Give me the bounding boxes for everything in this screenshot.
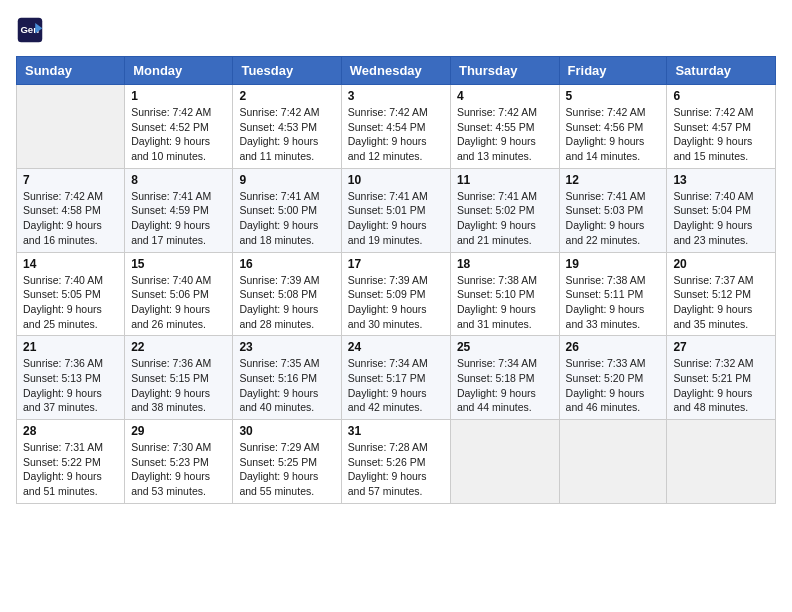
day-info: Sunrise: 7:39 AM Sunset: 5:09 PM Dayligh… xyxy=(348,273,444,332)
day-number: 18 xyxy=(457,257,553,271)
calendar-week-row: 1Sunrise: 7:42 AM Sunset: 4:52 PM Daylig… xyxy=(17,85,776,169)
day-number: 16 xyxy=(239,257,334,271)
logo: Gen xyxy=(16,16,48,44)
weekday-header: Saturday xyxy=(667,57,776,85)
calendar-cell: 24Sunrise: 7:34 AM Sunset: 5:17 PM Dayli… xyxy=(341,336,450,420)
day-info: Sunrise: 7:41 AM Sunset: 4:59 PM Dayligh… xyxy=(131,189,226,248)
day-number: 1 xyxy=(131,89,226,103)
calendar-cell: 23Sunrise: 7:35 AM Sunset: 5:16 PM Dayli… xyxy=(233,336,341,420)
calendar-cell xyxy=(559,420,667,504)
calendar-cell: 22Sunrise: 7:36 AM Sunset: 5:15 PM Dayli… xyxy=(125,336,233,420)
day-info: Sunrise: 7:40 AM Sunset: 5:05 PM Dayligh… xyxy=(23,273,118,332)
day-number: 13 xyxy=(673,173,769,187)
day-number: 6 xyxy=(673,89,769,103)
day-info: Sunrise: 7:35 AM Sunset: 5:16 PM Dayligh… xyxy=(239,356,334,415)
calendar-cell: 5Sunrise: 7:42 AM Sunset: 4:56 PM Daylig… xyxy=(559,85,667,169)
calendar-cell: 18Sunrise: 7:38 AM Sunset: 5:10 PM Dayli… xyxy=(450,252,559,336)
day-info: Sunrise: 7:33 AM Sunset: 5:20 PM Dayligh… xyxy=(566,356,661,415)
day-info: Sunrise: 7:34 AM Sunset: 5:18 PM Dayligh… xyxy=(457,356,553,415)
day-info: Sunrise: 7:36 AM Sunset: 5:15 PM Dayligh… xyxy=(131,356,226,415)
calendar-cell: 19Sunrise: 7:38 AM Sunset: 5:11 PM Dayli… xyxy=(559,252,667,336)
day-info: Sunrise: 7:42 AM Sunset: 4:53 PM Dayligh… xyxy=(239,105,334,164)
weekday-header: Thursday xyxy=(450,57,559,85)
day-info: Sunrise: 7:42 AM Sunset: 4:58 PM Dayligh… xyxy=(23,189,118,248)
calendar-header-row: SundayMondayTuesdayWednesdayThursdayFrid… xyxy=(17,57,776,85)
day-info: Sunrise: 7:38 AM Sunset: 5:10 PM Dayligh… xyxy=(457,273,553,332)
weekday-header: Wednesday xyxy=(341,57,450,85)
calendar-cell: 11Sunrise: 7:41 AM Sunset: 5:02 PM Dayli… xyxy=(450,168,559,252)
day-info: Sunrise: 7:34 AM Sunset: 5:17 PM Dayligh… xyxy=(348,356,444,415)
calendar-cell: 14Sunrise: 7:40 AM Sunset: 5:05 PM Dayli… xyxy=(17,252,125,336)
day-number: 9 xyxy=(239,173,334,187)
day-number: 11 xyxy=(457,173,553,187)
weekday-header: Sunday xyxy=(17,57,125,85)
weekday-header: Tuesday xyxy=(233,57,341,85)
day-info: Sunrise: 7:41 AM Sunset: 5:02 PM Dayligh… xyxy=(457,189,553,248)
day-number: 15 xyxy=(131,257,226,271)
calendar-cell: 31Sunrise: 7:28 AM Sunset: 5:26 PM Dayli… xyxy=(341,420,450,504)
day-number: 2 xyxy=(239,89,334,103)
day-number: 28 xyxy=(23,424,118,438)
day-number: 8 xyxy=(131,173,226,187)
calendar-cell: 17Sunrise: 7:39 AM Sunset: 5:09 PM Dayli… xyxy=(341,252,450,336)
calendar-cell: 4Sunrise: 7:42 AM Sunset: 4:55 PM Daylig… xyxy=(450,85,559,169)
day-info: Sunrise: 7:39 AM Sunset: 5:08 PM Dayligh… xyxy=(239,273,334,332)
day-info: Sunrise: 7:41 AM Sunset: 5:01 PM Dayligh… xyxy=(348,189,444,248)
day-number: 25 xyxy=(457,340,553,354)
day-number: 4 xyxy=(457,89,553,103)
day-info: Sunrise: 7:42 AM Sunset: 4:52 PM Dayligh… xyxy=(131,105,226,164)
day-number: 20 xyxy=(673,257,769,271)
calendar-cell: 12Sunrise: 7:41 AM Sunset: 5:03 PM Dayli… xyxy=(559,168,667,252)
weekday-header: Monday xyxy=(125,57,233,85)
day-number: 31 xyxy=(348,424,444,438)
day-number: 26 xyxy=(566,340,661,354)
day-info: Sunrise: 7:40 AM Sunset: 5:04 PM Dayligh… xyxy=(673,189,769,248)
day-number: 24 xyxy=(348,340,444,354)
day-info: Sunrise: 7:37 AM Sunset: 5:12 PM Dayligh… xyxy=(673,273,769,332)
day-info: Sunrise: 7:41 AM Sunset: 5:03 PM Dayligh… xyxy=(566,189,661,248)
day-info: Sunrise: 7:42 AM Sunset: 4:55 PM Dayligh… xyxy=(457,105,553,164)
day-info: Sunrise: 7:30 AM Sunset: 5:23 PM Dayligh… xyxy=(131,440,226,499)
day-info: Sunrise: 7:42 AM Sunset: 4:56 PM Dayligh… xyxy=(566,105,661,164)
calendar-week-row: 7Sunrise: 7:42 AM Sunset: 4:58 PM Daylig… xyxy=(17,168,776,252)
calendar-week-row: 21Sunrise: 7:36 AM Sunset: 5:13 PM Dayli… xyxy=(17,336,776,420)
day-info: Sunrise: 7:31 AM Sunset: 5:22 PM Dayligh… xyxy=(23,440,118,499)
logo-icon: Gen xyxy=(16,16,44,44)
calendar-cell: 2Sunrise: 7:42 AM Sunset: 4:53 PM Daylig… xyxy=(233,85,341,169)
day-info: Sunrise: 7:28 AM Sunset: 5:26 PM Dayligh… xyxy=(348,440,444,499)
calendar-cell: 28Sunrise: 7:31 AM Sunset: 5:22 PM Dayli… xyxy=(17,420,125,504)
day-number: 21 xyxy=(23,340,118,354)
day-info: Sunrise: 7:36 AM Sunset: 5:13 PM Dayligh… xyxy=(23,356,118,415)
calendar-cell: 8Sunrise: 7:41 AM Sunset: 4:59 PM Daylig… xyxy=(125,168,233,252)
weekday-header: Friday xyxy=(559,57,667,85)
calendar-cell: 16Sunrise: 7:39 AM Sunset: 5:08 PM Dayli… xyxy=(233,252,341,336)
calendar-cell: 21Sunrise: 7:36 AM Sunset: 5:13 PM Dayli… xyxy=(17,336,125,420)
calendar-cell: 3Sunrise: 7:42 AM Sunset: 4:54 PM Daylig… xyxy=(341,85,450,169)
calendar-cell: 10Sunrise: 7:41 AM Sunset: 5:01 PM Dayli… xyxy=(341,168,450,252)
day-number: 12 xyxy=(566,173,661,187)
day-number: 22 xyxy=(131,340,226,354)
day-number: 29 xyxy=(131,424,226,438)
day-number: 5 xyxy=(566,89,661,103)
calendar-cell: 25Sunrise: 7:34 AM Sunset: 5:18 PM Dayli… xyxy=(450,336,559,420)
calendar-cell: 29Sunrise: 7:30 AM Sunset: 5:23 PM Dayli… xyxy=(125,420,233,504)
calendar-cell: 30Sunrise: 7:29 AM Sunset: 5:25 PM Dayli… xyxy=(233,420,341,504)
calendar-cell: 7Sunrise: 7:42 AM Sunset: 4:58 PM Daylig… xyxy=(17,168,125,252)
calendar-week-row: 14Sunrise: 7:40 AM Sunset: 5:05 PM Dayli… xyxy=(17,252,776,336)
day-info: Sunrise: 7:42 AM Sunset: 4:57 PM Dayligh… xyxy=(673,105,769,164)
calendar-cell xyxy=(17,85,125,169)
calendar-cell: 26Sunrise: 7:33 AM Sunset: 5:20 PM Dayli… xyxy=(559,336,667,420)
day-number: 19 xyxy=(566,257,661,271)
day-info: Sunrise: 7:41 AM Sunset: 5:00 PM Dayligh… xyxy=(239,189,334,248)
day-number: 3 xyxy=(348,89,444,103)
day-number: 23 xyxy=(239,340,334,354)
calendar-cell xyxy=(667,420,776,504)
day-number: 17 xyxy=(348,257,444,271)
calendar-cell: 6Sunrise: 7:42 AM Sunset: 4:57 PM Daylig… xyxy=(667,85,776,169)
day-info: Sunrise: 7:42 AM Sunset: 4:54 PM Dayligh… xyxy=(348,105,444,164)
calendar-cell: 27Sunrise: 7:32 AM Sunset: 5:21 PM Dayli… xyxy=(667,336,776,420)
calendar-cell: 20Sunrise: 7:37 AM Sunset: 5:12 PM Dayli… xyxy=(667,252,776,336)
day-number: 14 xyxy=(23,257,118,271)
calendar-week-row: 28Sunrise: 7:31 AM Sunset: 5:22 PM Dayli… xyxy=(17,420,776,504)
day-info: Sunrise: 7:40 AM Sunset: 5:06 PM Dayligh… xyxy=(131,273,226,332)
